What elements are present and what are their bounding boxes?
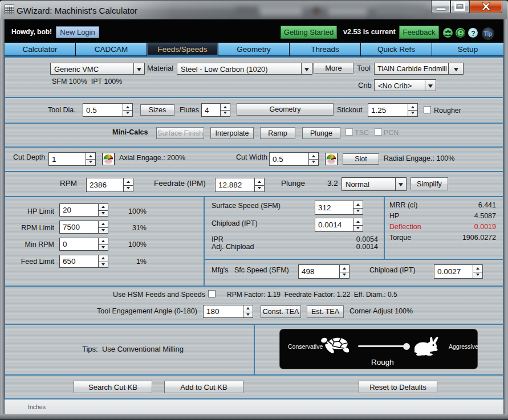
svg-text:?: ? xyxy=(471,30,475,38)
svg-text:Tip: Tip xyxy=(484,31,493,37)
